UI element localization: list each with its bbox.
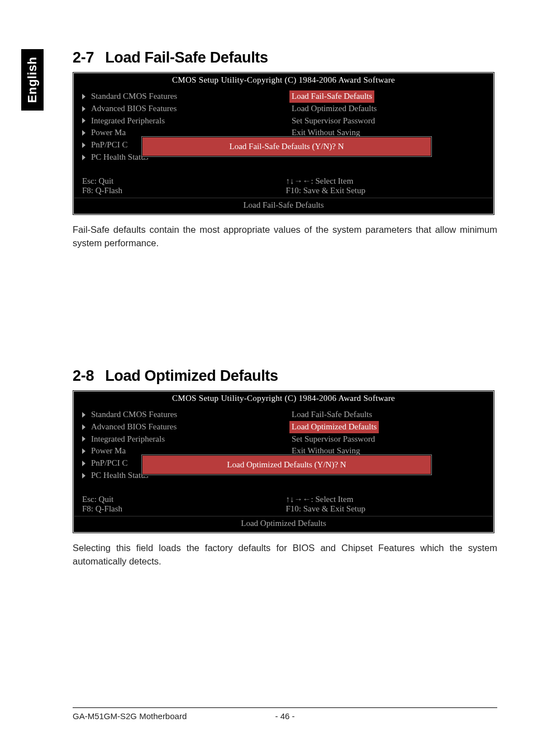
- confirm-dialog-1[interactable]: Load Fail-Safe Defaults (Y/N)? N: [141, 136, 432, 157]
- menu-item[interactable]: Advanced BIOS Features: [82, 421, 278, 433]
- menu-item[interactable]: Standard CMOS Features: [82, 90, 278, 103]
- triangle-icon: [82, 448, 85, 454]
- dialog-text: Load Optimized Defaults (Y/N)? N: [142, 456, 431, 474]
- menu-text: Load Fail-Safe Defaults: [292, 90, 372, 103]
- menu-text: Integrated Peripherals: [91, 433, 165, 446]
- menu-text: Advanced BIOS Features: [91, 421, 177, 433]
- triangle-icon: [82, 142, 85, 148]
- triangle-icon: [82, 94, 85, 99]
- bios-hints-1: Esc: Quit F8: Q-Flash ↑↓→←: Select Item …: [74, 174, 493, 198]
- footer-page-number: - 46 -: [270, 711, 301, 721]
- bios-panel-1: CMOS Setup Utility-Copyright (C) 1984-20…: [73, 72, 494, 215]
- hint-f8: F8: Q-Flash: [82, 186, 284, 195]
- bios-left-col-1: Standard CMOS Features Advanced BIOS Fea…: [74, 87, 284, 174]
- section-number-2: 2-8: [73, 367, 94, 384]
- menu-text: PnP/PCI C: [91, 139, 127, 151]
- bios-menu-grid-2: Standard CMOS Features Advanced BIOS Fea…: [74, 405, 493, 492]
- bios-footer-2: Load Optimized Defaults: [74, 516, 493, 532]
- triangle-icon: [82, 461, 85, 466]
- confirm-dialog-2[interactable]: Load Optimized Defaults (Y/N)? N: [141, 454, 432, 475]
- language-label: English: [25, 57, 40, 103]
- menu-item[interactable]: Set Supervisor Password: [292, 115, 487, 127]
- footer-right: [301, 711, 498, 721]
- bios-left-col-2: Standard CMOS Features Advanced BIOS Fea…: [74, 405, 284, 492]
- section-heading-1: 2-7Load Fail-Safe Defaults: [73, 49, 497, 66]
- triangle-icon: [82, 473, 85, 479]
- menu-item[interactable]: Standard CMOS Features: [82, 409, 278, 421]
- menu-item[interactable]: Load Fail-Safe Defaults: [292, 409, 487, 421]
- menu-text: Set Supervisor Password: [292, 115, 375, 127]
- bios-panel-2: CMOS Setup Utility-Copyright (C) 1984-20…: [73, 390, 494, 533]
- section-title-1: Load Fail-Safe Defaults: [105, 49, 268, 66]
- menu-item[interactable]: Advanced BIOS Features: [82, 103, 278, 115]
- menu-item-selected[interactable]: Load Optimized Defaults: [289, 421, 379, 433]
- section-number-1: 2-7: [73, 49, 94, 66]
- body-text-1: Fail-Safe defaults contain the most appr…: [73, 223, 497, 251]
- triangle-icon: [82, 118, 85, 123]
- hint-arrows: ↑↓→←: Select Item: [286, 176, 488, 186]
- menu-text: PnP/PCI C: [91, 457, 127, 470]
- language-side-tab: English: [21, 49, 44, 111]
- menu-text: PC Health Status: [91, 151, 149, 164]
- section-heading-2: 2-8Load Optimized Defaults: [73, 367, 497, 385]
- bios-title-2: CMOS Setup Utility-Copyright (C) 1984-20…: [74, 392, 493, 405]
- menu-item[interactable]: Integrated Peripherals: [82, 433, 278, 446]
- menu-text: Advanced BIOS Features: [91, 103, 177, 115]
- dialog-text: Load Fail-Safe Defaults (Y/N)? N: [142, 137, 431, 156]
- triangle-icon: [82, 436, 85, 442]
- body-text-2: Selecting this field loads the factory d…: [73, 541, 497, 569]
- bios-footer-1: Load Fail-Safe Defaults: [74, 198, 493, 213]
- menu-text: PC Health Status: [91, 470, 149, 482]
- menu-text: Standard CMOS Features: [91, 90, 177, 103]
- menu-text: Set Supervisor Password: [292, 433, 375, 446]
- bios-hints-2: Esc: Quit F8: Q-Flash ↑↓→←: Select Item …: [74, 492, 493, 516]
- triangle-icon: [82, 424, 85, 430]
- menu-text: Power Ma: [91, 127, 126, 139]
- triangle-icon: [82, 412, 85, 418]
- bios-right-col-1: Load Fail-Safe Defaults Load Optimized D…: [284, 87, 493, 174]
- hint-esc: Esc: Quit: [82, 495, 284, 504]
- menu-item[interactable]: Integrated Peripherals: [82, 115, 278, 127]
- bios-menu-grid-1: Standard CMOS Features Advanced BIOS Fea…: [74, 87, 493, 174]
- menu-text: Standard CMOS Features: [91, 409, 177, 421]
- page-footer: GA-M51GM-S2G Motherboard - 46 -: [73, 707, 497, 721]
- menu-item[interactable]: Load Optimized Defaults: [292, 103, 487, 115]
- menu-text: Load Optimized Defaults: [292, 421, 377, 433]
- hint-esc: Esc: Quit: [82, 176, 284, 186]
- menu-text: Power Ma: [91, 445, 126, 457]
- bios-right-col-2: Load Fail-Safe Defaults Load Optimized D…: [284, 405, 493, 492]
- menu-item-selected[interactable]: Load Fail-Safe Defaults: [289, 90, 374, 103]
- menu-text: Load Fail-Safe Defaults: [292, 409, 372, 421]
- hint-f10: F10: Save & Exit Setup: [286, 504, 488, 514]
- menu-item[interactable]: Set Supervisor Password: [292, 433, 487, 446]
- triangle-icon: [82, 155, 85, 160]
- page-content: 2-7Load Fail-Safe Defaults CMOS Setup Ut…: [73, 49, 497, 568]
- triangle-icon: [82, 130, 85, 136]
- footer-left: GA-M51GM-S2G Motherboard: [73, 711, 270, 721]
- section-title-2: Load Optimized Defaults: [105, 367, 278, 384]
- bios-title-1: CMOS Setup Utility-Copyright (C) 1984-20…: [74, 74, 493, 87]
- triangle-icon: [82, 106, 85, 112]
- menu-text: Load Optimized Defaults: [292, 103, 377, 115]
- hint-f10: F10: Save & Exit Setup: [286, 186, 488, 195]
- hint-f8: F8: Q-Flash: [82, 504, 284, 514]
- hint-arrows: ↑↓→←: Select Item: [286, 495, 488, 504]
- menu-text: Integrated Peripherals: [91, 115, 165, 127]
